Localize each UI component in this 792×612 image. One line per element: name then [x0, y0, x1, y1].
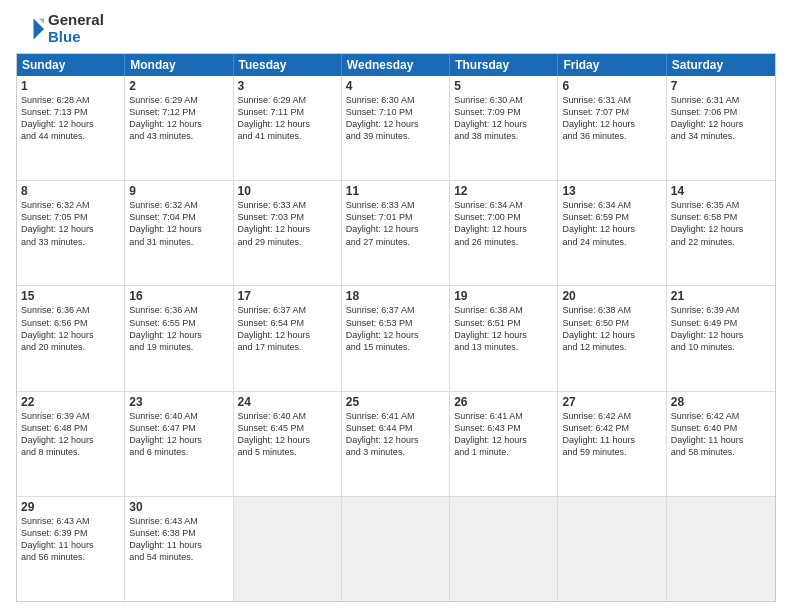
cal-cell-day-18: 18Sunrise: 6:37 AM Sunset: 6:53 PM Dayli… — [342, 286, 450, 390]
day-number: 8 — [21, 184, 120, 198]
logo-icon — [16, 15, 44, 43]
day-info: Sunrise: 6:41 AM Sunset: 6:43 PM Dayligh… — [454, 410, 553, 459]
cal-cell-day-8: 8Sunrise: 6:32 AM Sunset: 7:05 PM Daylig… — [17, 181, 125, 285]
day-info: Sunrise: 6:29 AM Sunset: 7:11 PM Dayligh… — [238, 94, 337, 143]
day-number: 4 — [346, 79, 445, 93]
day-number: 7 — [671, 79, 771, 93]
day-info: Sunrise: 6:32 AM Sunset: 7:05 PM Dayligh… — [21, 199, 120, 248]
cal-cell-day-17: 17Sunrise: 6:37 AM Sunset: 6:54 PM Dayli… — [234, 286, 342, 390]
day-number: 14 — [671, 184, 771, 198]
header-cell-saturday: Saturday — [667, 54, 775, 76]
page-header: General Blue — [16, 12, 776, 45]
day-number: 18 — [346, 289, 445, 303]
cal-cell-day-13: 13Sunrise: 6:34 AM Sunset: 6:59 PM Dayli… — [558, 181, 666, 285]
day-info: Sunrise: 6:37 AM Sunset: 6:53 PM Dayligh… — [346, 304, 445, 353]
day-info: Sunrise: 6:40 AM Sunset: 6:47 PM Dayligh… — [129, 410, 228, 459]
day-info: Sunrise: 6:42 AM Sunset: 6:40 PM Dayligh… — [671, 410, 771, 459]
day-number: 19 — [454, 289, 553, 303]
day-number: 3 — [238, 79, 337, 93]
day-info: Sunrise: 6:38 AM Sunset: 6:50 PM Dayligh… — [562, 304, 661, 353]
header-cell-wednesday: Wednesday — [342, 54, 450, 76]
day-number: 21 — [671, 289, 771, 303]
day-number: 30 — [129, 500, 228, 514]
day-info: Sunrise: 6:41 AM Sunset: 6:44 PM Dayligh… — [346, 410, 445, 459]
day-number: 26 — [454, 395, 553, 409]
cal-cell-day-2: 2Sunrise: 6:29 AM Sunset: 7:12 PM Daylig… — [125, 76, 233, 180]
cal-cell-empty — [667, 497, 775, 601]
cal-cell-day-7: 7Sunrise: 6:31 AM Sunset: 7:06 PM Daylig… — [667, 76, 775, 180]
day-number: 11 — [346, 184, 445, 198]
cal-cell-day-4: 4Sunrise: 6:30 AM Sunset: 7:10 PM Daylig… — [342, 76, 450, 180]
day-number: 27 — [562, 395, 661, 409]
day-info: Sunrise: 6:34 AM Sunset: 6:59 PM Dayligh… — [562, 199, 661, 248]
cal-cell-day-14: 14Sunrise: 6:35 AM Sunset: 6:58 PM Dayli… — [667, 181, 775, 285]
day-number: 15 — [21, 289, 120, 303]
day-info: Sunrise: 6:35 AM Sunset: 6:58 PM Dayligh… — [671, 199, 771, 248]
calendar-row-0: 1Sunrise: 6:28 AM Sunset: 7:13 PM Daylig… — [17, 76, 775, 181]
cal-cell-empty — [234, 497, 342, 601]
day-info: Sunrise: 6:42 AM Sunset: 6:42 PM Dayligh… — [562, 410, 661, 459]
header-cell-friday: Friday — [558, 54, 666, 76]
cal-cell-day-19: 19Sunrise: 6:38 AM Sunset: 6:51 PM Dayli… — [450, 286, 558, 390]
cal-cell-day-29: 29Sunrise: 6:43 AM Sunset: 6:39 PM Dayli… — [17, 497, 125, 601]
cal-cell-day-1: 1Sunrise: 6:28 AM Sunset: 7:13 PM Daylig… — [17, 76, 125, 180]
header-cell-tuesday: Tuesday — [234, 54, 342, 76]
calendar: SundayMondayTuesdayWednesdayThursdayFrid… — [16, 53, 776, 602]
logo: General Blue — [16, 12, 104, 45]
cal-cell-day-12: 12Sunrise: 6:34 AM Sunset: 7:00 PM Dayli… — [450, 181, 558, 285]
day-number: 28 — [671, 395, 771, 409]
day-info: Sunrise: 6:31 AM Sunset: 7:07 PM Dayligh… — [562, 94, 661, 143]
calendar-body: 1Sunrise: 6:28 AM Sunset: 7:13 PM Daylig… — [17, 76, 775, 601]
day-number: 25 — [346, 395, 445, 409]
cal-cell-day-25: 25Sunrise: 6:41 AM Sunset: 6:44 PM Dayli… — [342, 392, 450, 496]
cal-cell-day-30: 30Sunrise: 6:43 AM Sunset: 6:38 PM Dayli… — [125, 497, 233, 601]
calendar-row-3: 22Sunrise: 6:39 AM Sunset: 6:48 PM Dayli… — [17, 392, 775, 497]
cal-cell-day-27: 27Sunrise: 6:42 AM Sunset: 6:42 PM Dayli… — [558, 392, 666, 496]
cal-cell-empty — [342, 497, 450, 601]
calendar-header-row: SundayMondayTuesdayWednesdayThursdayFrid… — [17, 54, 775, 76]
day-info: Sunrise: 6:30 AM Sunset: 7:09 PM Dayligh… — [454, 94, 553, 143]
day-info: Sunrise: 6:32 AM Sunset: 7:04 PM Dayligh… — [129, 199, 228, 248]
day-number: 23 — [129, 395, 228, 409]
day-number: 9 — [129, 184, 228, 198]
day-number: 16 — [129, 289, 228, 303]
day-info: Sunrise: 6:29 AM Sunset: 7:12 PM Dayligh… — [129, 94, 228, 143]
header-cell-monday: Monday — [125, 54, 233, 76]
cal-cell-day-9: 9Sunrise: 6:32 AM Sunset: 7:04 PM Daylig… — [125, 181, 233, 285]
cal-cell-day-3: 3Sunrise: 6:29 AM Sunset: 7:11 PM Daylig… — [234, 76, 342, 180]
day-info: Sunrise: 6:43 AM Sunset: 6:39 PM Dayligh… — [21, 515, 120, 564]
calendar-row-1: 8Sunrise: 6:32 AM Sunset: 7:05 PM Daylig… — [17, 181, 775, 286]
cal-cell-day-20: 20Sunrise: 6:38 AM Sunset: 6:50 PM Dayli… — [558, 286, 666, 390]
cal-cell-day-22: 22Sunrise: 6:39 AM Sunset: 6:48 PM Dayli… — [17, 392, 125, 496]
day-number: 13 — [562, 184, 661, 198]
cal-cell-day-16: 16Sunrise: 6:36 AM Sunset: 6:55 PM Dayli… — [125, 286, 233, 390]
logo-text: General Blue — [48, 12, 104, 45]
cal-cell-day-26: 26Sunrise: 6:41 AM Sunset: 6:43 PM Dayli… — [450, 392, 558, 496]
cal-cell-day-21: 21Sunrise: 6:39 AM Sunset: 6:49 PM Dayli… — [667, 286, 775, 390]
day-info: Sunrise: 6:33 AM Sunset: 7:03 PM Dayligh… — [238, 199, 337, 248]
day-info: Sunrise: 6:40 AM Sunset: 6:45 PM Dayligh… — [238, 410, 337, 459]
day-info: Sunrise: 6:31 AM Sunset: 7:06 PM Dayligh… — [671, 94, 771, 143]
day-info: Sunrise: 6:37 AM Sunset: 6:54 PM Dayligh… — [238, 304, 337, 353]
day-number: 24 — [238, 395, 337, 409]
day-info: Sunrise: 6:38 AM Sunset: 6:51 PM Dayligh… — [454, 304, 553, 353]
cal-cell-day-10: 10Sunrise: 6:33 AM Sunset: 7:03 PM Dayli… — [234, 181, 342, 285]
day-number: 29 — [21, 500, 120, 514]
day-number: 17 — [238, 289, 337, 303]
cal-cell-day-23: 23Sunrise: 6:40 AM Sunset: 6:47 PM Dayli… — [125, 392, 233, 496]
header-cell-thursday: Thursday — [450, 54, 558, 76]
cal-cell-day-6: 6Sunrise: 6:31 AM Sunset: 7:07 PM Daylig… — [558, 76, 666, 180]
cal-cell-day-24: 24Sunrise: 6:40 AM Sunset: 6:45 PM Dayli… — [234, 392, 342, 496]
day-info: Sunrise: 6:36 AM Sunset: 6:55 PM Dayligh… — [129, 304, 228, 353]
cal-cell-day-28: 28Sunrise: 6:42 AM Sunset: 6:40 PM Dayli… — [667, 392, 775, 496]
day-number: 2 — [129, 79, 228, 93]
cal-cell-empty — [450, 497, 558, 601]
day-info: Sunrise: 6:28 AM Sunset: 7:13 PM Dayligh… — [21, 94, 120, 143]
day-info: Sunrise: 6:39 AM Sunset: 6:48 PM Dayligh… — [21, 410, 120, 459]
day-info: Sunrise: 6:33 AM Sunset: 7:01 PM Dayligh… — [346, 199, 445, 248]
cal-cell-day-5: 5Sunrise: 6:30 AM Sunset: 7:09 PM Daylig… — [450, 76, 558, 180]
svg-marker-1 — [39, 18, 44, 23]
day-info: Sunrise: 6:39 AM Sunset: 6:49 PM Dayligh… — [671, 304, 771, 353]
day-info: Sunrise: 6:30 AM Sunset: 7:10 PM Dayligh… — [346, 94, 445, 143]
cal-cell-day-15: 15Sunrise: 6:36 AM Sunset: 6:56 PM Dayli… — [17, 286, 125, 390]
